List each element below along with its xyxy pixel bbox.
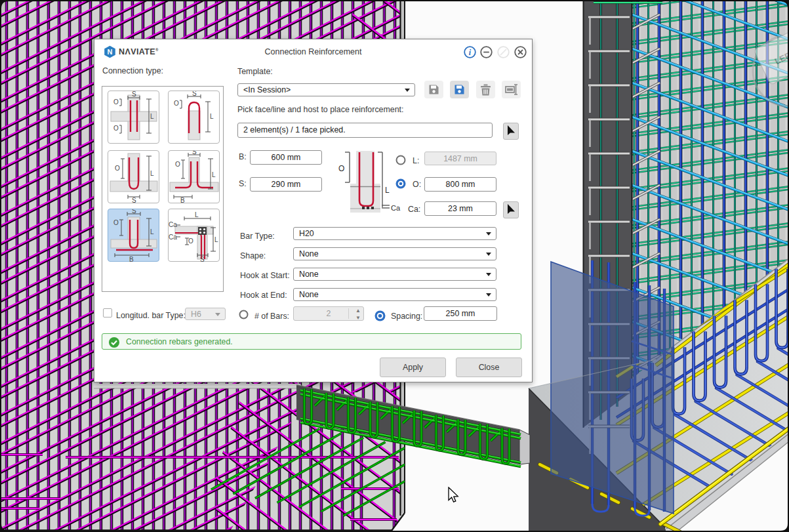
svg-text:i: i <box>469 48 472 57</box>
svg-text:L: L <box>150 113 154 120</box>
svg-text:Ca: Ca <box>169 221 177 228</box>
svg-text:Ca: Ca <box>391 204 401 212</box>
svg-text:L: L <box>195 211 199 218</box>
svg-text:O: O <box>188 237 193 245</box>
svg-text:S: S <box>132 209 136 215</box>
svg-text:B: B <box>129 256 134 262</box>
svg-text:Ca: Ca <box>169 234 177 241</box>
svg-text:L: L <box>150 170 154 177</box>
svg-text:O: O <box>115 165 120 172</box>
svg-text:S: S <box>192 151 197 155</box>
svg-text:L: L <box>212 171 216 178</box>
svg-text:L: L <box>385 186 390 195</box>
svg-text:B: B <box>180 197 185 203</box>
svg-text:S: S <box>200 256 205 262</box>
svg-text:S: S <box>192 91 197 97</box>
svg-text:O: O <box>113 125 119 132</box>
svg-text:S: S <box>132 91 136 98</box>
svg-text:O: O <box>175 161 180 168</box>
svg-text:O: O <box>174 100 179 107</box>
svg-text:O: O <box>338 164 344 173</box>
svg-text:L: L <box>214 236 218 243</box>
svg-text:L: L <box>150 228 154 235</box>
svg-text:O: O <box>113 219 119 226</box>
svg-text:S: S <box>132 197 136 203</box>
svg-text:L: L <box>210 113 214 120</box>
svg-text:O: O <box>113 98 119 106</box>
